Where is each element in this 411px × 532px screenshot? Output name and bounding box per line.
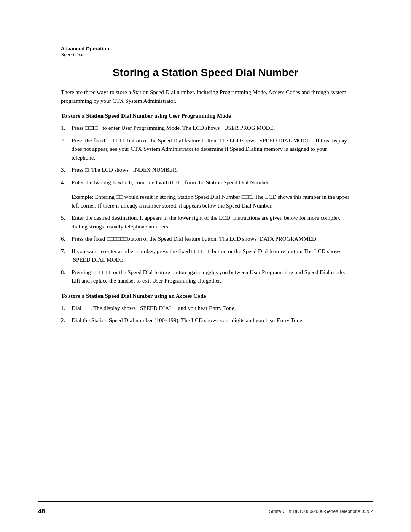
- list-num: 1.: [61, 304, 72, 313]
- list-text: Dial □ . The display shows SPEED DIAL an…: [72, 304, 350, 313]
- list-num: 5.: [61, 214, 72, 222]
- section2-list: 1. Dial □ . The display shows SPEED DIAL…: [61, 304, 350, 325]
- list-num: 2.: [61, 316, 72, 325]
- list-item: 8. Pressing □□□□□□or the Speed Dial feat…: [61, 268, 350, 285]
- list-item: 1. Press □□1□ to enter User Programming …: [61, 124, 350, 133]
- intro-paragraph: There are three ways to store a Station …: [61, 88, 350, 105]
- section-label: Advanced Operation: [61, 46, 350, 51]
- list-text: Pressing □□□□□□or the Speed Dial feature…: [72, 268, 350, 285]
- list-item: 4. Enter the two digits which, combined …: [61, 178, 350, 187]
- footer: 48 Strata CTX DKT3000/2000-Series Teleph…: [38, 508, 373, 515]
- page: Advanced Operation Speed Dial Storing a …: [0, 0, 411, 532]
- doc-info: Strata CTX DKT3000/2000-Series Telephone…: [269, 509, 373, 514]
- list-item: 2. Press the fixed □□□□□□button or the S…: [61, 136, 350, 162]
- list-text: Enter the two digits which, combined wit…: [72, 178, 350, 187]
- list-num: 6.: [61, 235, 72, 243]
- list-item: 5. Enter the desired destination. It app…: [61, 214, 350, 231]
- list-num: 7.: [61, 247, 72, 256]
- header-section: Advanced Operation Speed Dial: [0, 0, 411, 58]
- section1-list-continued: 5. Enter the desired destination. It app…: [61, 214, 350, 285]
- list-item: 1. Dial □ . The display shows SPEED DIAL…: [61, 304, 350, 313]
- section2-title: To store a Station Speed Dial Number usi…: [61, 293, 350, 299]
- page-title: Storing a Station Speed Dial Number: [61, 67, 350, 79]
- page-number: 48: [38, 508, 45, 515]
- section1-title: To store a Station Speed Dial Number usi…: [61, 113, 350, 119]
- list-item: 6. Press the fixed □□□□□□button or the S…: [61, 235, 350, 243]
- list-text: Press □□1□ to enter User Programming Mod…: [72, 124, 350, 133]
- list-item: 7. If you want to enter another number, …: [61, 247, 350, 264]
- subsection-label: Speed Dial: [61, 52, 350, 58]
- list-text: Press □. The LCD shows INDEX NUMBER.: [72, 166, 350, 174]
- list-text: Press the fixed □□□□□□button or the Spee…: [72, 235, 350, 243]
- list-num: 3.: [61, 166, 72, 174]
- list-text: Press the fixed □□□□□□button or the Spee…: [72, 136, 350, 162]
- footer-divider: [38, 501, 373, 502]
- example-block: Example: Entering □□ would result in sto…: [72, 193, 350, 210]
- list-num: 8.: [61, 268, 72, 277]
- list-item: 3. Press □. The LCD shows INDEX NUMBER.: [61, 166, 350, 174]
- section1-list: 1. Press □□1□ to enter User Programming …: [61, 124, 350, 187]
- list-num: 1.: [61, 124, 72, 133]
- content-section: Storing a Station Speed Dial Number Ther…: [0, 67, 411, 325]
- list-num: 2.: [61, 136, 72, 145]
- list-item: 2. Dial the Station Speed Dial number (1…: [61, 316, 350, 325]
- list-text: If you want to enter another number, pre…: [72, 247, 350, 264]
- list-num: 4.: [61, 178, 72, 187]
- list-text: Enter the desired destination. It appear…: [72, 214, 350, 231]
- list-text: Dial the Station Speed Dial number (100~…: [72, 316, 350, 325]
